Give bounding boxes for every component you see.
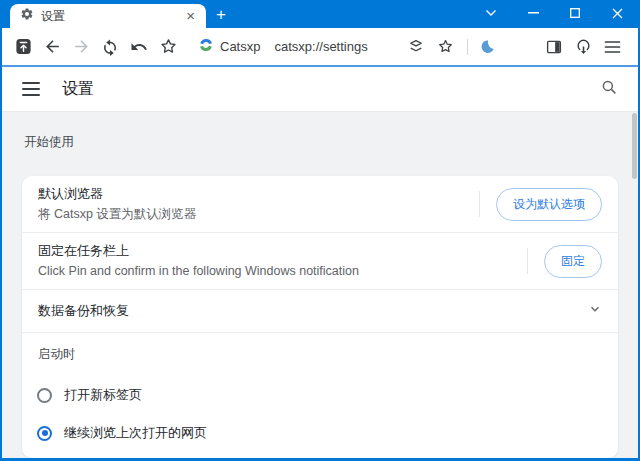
tab-bar: 设置 × + (2, 0, 638, 28)
tab-title: 设置 (41, 8, 183, 25)
new-tab-button[interactable]: + (206, 6, 236, 23)
sidebar-toggle-icon[interactable] (541, 34, 567, 60)
pin-taskbar-row: 固定在任务栏上 Click Pin and confirm in the fol… (22, 232, 618, 289)
settings-header: 设置 (2, 67, 638, 112)
settings-menu-icon[interactable] (22, 82, 40, 96)
startup-option-continue[interactable]: 继续浏览上次打开的网页 (22, 414, 618, 452)
get-started-card: 默认浏览器 将 Catsxp 设置为默认浏览器 设为默认选项 固定在任务栏上 C… (22, 176, 618, 458)
boss-key-icon[interactable] (10, 34, 36, 60)
pin-taskbar-subtitle: Click Pin and confirm in the following W… (38, 262, 517, 280)
window-controls (470, 0, 638, 26)
default-browser-row: 默认浏览器 将 Catsxp 设置为默认浏览器 设为默认选项 (22, 176, 618, 232)
row-divider (479, 191, 480, 217)
site-identity[interactable]: Catsxp (198, 37, 260, 57)
brand-name: Catsxp (220, 39, 260, 54)
row-divider (527, 248, 528, 274)
page-title: 设置 (62, 79, 94, 100)
section-label-startup: 启动时 (22, 332, 618, 376)
refresh-icon[interactable] (97, 34, 123, 60)
dark-mode-moon-icon[interactable] (474, 34, 500, 60)
chevron-down-icon[interactable] (588, 302, 602, 320)
url-text[interactable]: catsxp://settings (274, 39, 367, 54)
undo-icon[interactable] (126, 34, 152, 60)
data-backup-row[interactable]: 数据备份和恢复 (22, 289, 618, 332)
set-default-button[interactable]: 设为默认选项 (496, 188, 602, 221)
default-browser-subtitle: 将 Catsxp 设置为默认浏览器 (38, 205, 469, 223)
back-icon[interactable] (39, 34, 65, 60)
search-icon[interactable] (600, 78, 618, 100)
settings-page: 设置 开始使用 默认浏览器 将 Catsxp 设置为默认浏览器 设为默认选项 固… (2, 67, 638, 458)
toolbar-right (403, 34, 628, 60)
gear-icon (20, 7, 34, 25)
radio-label: 继续浏览上次打开的网页 (64, 424, 207, 442)
pin-taskbar-title: 固定在任务栏上 (38, 242, 517, 260)
radio-label: 打开新标签页 (64, 386, 142, 404)
catsxp-logo-icon (198, 37, 214, 57)
section-label-get-started: 开始使用 (2, 112, 638, 176)
browser-window: 设置 × + (0, 0, 640, 461)
menu-icon[interactable] (599, 34, 625, 60)
tab-close-icon[interactable]: × (183, 9, 198, 23)
close-button[interactable] (596, 0, 638, 26)
update-download-icon[interactable] (570, 34, 596, 60)
data-backup-title: 数据备份和恢复 (38, 302, 588, 320)
maximize-button[interactable] (554, 0, 596, 26)
forward-icon (68, 34, 94, 60)
toolbar-divider (467, 39, 468, 55)
radio-icon[interactable] (37, 426, 52, 441)
favorites-star-icon[interactable] (155, 34, 181, 60)
window-menu-chevron-icon[interactable] (470, 0, 512, 26)
default-browser-title: 默认浏览器 (38, 185, 469, 203)
radio-icon[interactable] (37, 388, 52, 403)
tab-settings[interactable]: 设置 × (10, 4, 206, 28)
layers-icon[interactable] (403, 34, 429, 60)
minimize-button[interactable] (512, 0, 554, 26)
toolbar: Catsxp catsxp://settings (2, 28, 638, 65)
pin-button[interactable]: 固定 (544, 245, 602, 278)
bookmark-star-icon[interactable] (432, 34, 458, 60)
scrollbar-thumb[interactable] (632, 113, 637, 179)
startup-option-new-tab[interactable]: 打开新标签页 (22, 376, 618, 414)
